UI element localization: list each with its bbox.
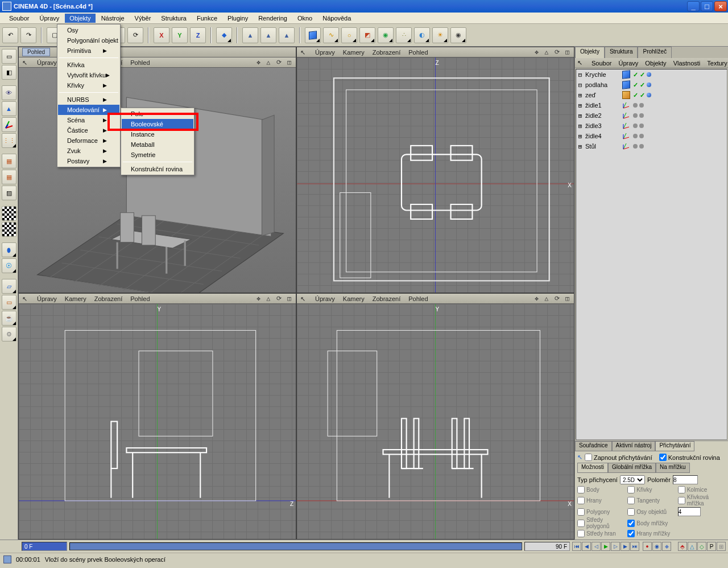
menu-výběr[interactable]: Výběr [130,14,156,23]
menu-item-nurbs[interactable]: NURBS▶ [58,94,119,105]
menu-rendering[interactable]: Rendering [254,14,292,23]
texture-mode[interactable]: ▲ [2,101,16,116]
object-row-stůl[interactable]: ⊞Stůl [576,141,727,151]
checker2[interactable] [2,222,16,237]
camera-button[interactable]: ◉ [450,27,466,43]
rp-menu-textury[interactable]: Textury [707,60,727,67]
menu-item-instance[interactable]: Instance [122,129,193,139]
menu-item-zvuk[interactable]: Zvuk▶ [58,146,119,156]
particle-button[interactable]: ∴ [396,27,412,43]
rp-tab-objekty[interactable]: Objekty [575,47,605,58]
object-row-židle2[interactable]: ⊞židle2 [576,110,727,121]
key-anim-icon[interactable]: ⊞ [717,542,726,551]
snap-tab-globální-mřížka[interactable]: Globální mřížka [608,463,656,473]
menu-úpravy[interactable]: Úpravy [35,14,64,23]
menu-item-konstrukční-rovina[interactable]: Konstrukční rovina [122,164,193,174]
checker1[interactable] [2,206,16,221]
axis-mode[interactable] [2,117,16,132]
snap-check-hrany[interactable]: Hrany [577,494,621,507]
snap-check-křivky[interactable]: Křivky [627,486,671,493]
uv-mode[interactable]: ▨ [2,186,16,200]
object-mode[interactable]: ◧ [2,65,16,80]
camera-mode[interactable]: 👁 [2,85,16,100]
cup-tool[interactable]: ☕ [2,311,16,326]
menu-item-vytvořit-křivku[interactable]: Vytvořit křivku▶ [58,70,119,80]
rp-menu-úpravy[interactable]: Úpravy [618,60,638,67]
rp-menu-soubor[interactable]: Soubor [592,60,611,67]
autokey-button[interactable]: ◉ [652,542,661,551]
key-rot-icon[interactable]: ◇ [697,542,706,551]
key-options-button[interactable]: ◆ [662,542,671,551]
next-frame-button[interactable]: ▷ [611,542,620,551]
vp-menu-cam[interactable]: Kamery [65,295,86,302]
menu-nápověda[interactable]: Nápověda [318,14,355,23]
next-key-button[interactable]: ▶ [621,542,630,551]
point-mode[interactable]: ⋮⋮ [2,133,16,148]
bones-tool[interactable]: ⦿ [2,258,16,273]
poly-mode[interactable]: ▦ [2,170,16,184]
snap-tab-na-mřížku[interactable]: Na mřížku [656,463,690,473]
vp-nav-controls[interactable]: ✥ △ ⟳ ◫ [257,295,292,302]
spline-button[interactable]: ∿ [323,27,339,43]
object-row-židle3[interactable]: ⊞židle3 [576,121,727,131]
render-view[interactable]: ▲ [242,27,258,43]
vp-nav-controls[interactable]: ✥ △ ⟳ ◫ [535,295,570,302]
object-row-krychle[interactable]: ⊟Krychle [576,69,727,80]
menu-soubor[interactable]: Soubor [5,14,34,23]
wood-tool[interactable]: ▭ [2,295,16,310]
object-row-židle1[interactable]: ⊞židle1 [576,100,727,110]
menu-item-modelování[interactable]: Modelování▶ [58,105,119,115]
edge-mode[interactable]: ▦ [2,154,16,168]
magnet-tool[interactable]: ⬮ [2,242,16,257]
vp-menu-disp[interactable]: Zobrazení [373,49,401,56]
vp-menu-edit[interactable]: Úpravy [37,295,57,302]
undo-button[interactable]: ↶ [2,27,18,43]
z-axis-lock[interactable]: Z [190,27,206,43]
attr-tab-přichytávání[interactable]: Přichytávání [655,441,694,451]
object-row-zeď[interactable]: ⊞zeď [576,90,727,100]
menu-item-osy[interactable]: Osy [58,25,119,35]
menu-okno[interactable]: Okno [293,14,317,23]
menu-nástroje[interactable]: Nástroje [97,14,129,23]
vp-menu-edit[interactable]: Úpravy [315,295,335,302]
goto-end-button[interactable]: ⏭ [630,542,639,551]
snap-check-osy-objektů[interactable]: Osy objektů [627,507,671,516]
rp-menu-vlastnosti[interactable]: Vlastnosti [673,60,701,67]
snap-check-kolmice[interactable]: Kolmice [678,486,721,493]
rotate-tool[interactable]: ⟳ [127,27,143,43]
vp-menu-cam[interactable]: Kamery [343,295,365,302]
modeling-submenu[interactable]: PoleBooleovskéInstanceMetaballSymetrieKo… [121,108,195,175]
modeling-button[interactable]: ◩ [359,27,375,43]
record-button[interactable]: ● [643,542,652,551]
menu-objekty[interactable]: Objekty [65,14,95,23]
tl-end-frame[interactable]: 90 F [524,542,570,551]
vp-menu-cam[interactable]: Kamery [343,49,365,56]
vp-menu-view[interactable]: Pohled [408,295,428,302]
render-region[interactable]: ▲ [260,27,276,43]
vp-canvas-side[interactable]: Y X [297,304,574,539]
snap-check-hrany-mřížky[interactable]: Hrany mřížky [627,530,671,537]
object-manager-list[interactable]: ⊟Krychle⊟podlaha⊞zeď⊞židle1⊞židle2⊞židle… [576,69,727,440]
light-button[interactable]: ☀ [432,27,448,43]
vp-menu-view[interactable]: Pohled [130,59,150,66]
goto-start-button[interactable]: ⏮ [572,542,581,551]
snap-check-body-mřížky[interactable]: Body mřížky [627,517,671,529]
menu-item-deformace[interactable]: Deformace▶ [58,135,119,146]
box-tool[interactable]: ▱ [2,279,16,294]
viewport-top[interactable]: ↖ Úpravy Kamery Zobrazení Pohled ✥ △ ⟳ ◫ [296,47,574,293]
snap-check-tangenty[interactable]: Tangenty [627,494,671,507]
vp-tab[interactable]: Pohled [22,48,50,56]
nurbs-button[interactable]: ○ [341,27,357,43]
menu-item-scéna[interactable]: Scéna▶ [58,115,119,125]
snap-check-středy-polygonů[interactable]: Středy polygonů [577,517,621,529]
snap-check-křivková-mřížka[interactable]: Křivková mřížka [678,494,721,507]
snap-type-select[interactable]: 2.5D [620,475,645,484]
menu-item-křivky[interactable]: Křivky▶ [58,80,119,90]
timeline[interactable]: 0 F 90 F ⏮ ◀ ◁ ▶ ▷ ▶ ⏭ ● ◉ ◆ ⬘ △ ◇ P ⊞ [0,540,728,553]
snap-check-4[interactable] [678,507,721,516]
attr-tab-souřadnice[interactable]: Souřadnice [575,441,612,451]
menu-struktura[interactable]: Struktura [156,14,191,23]
menu-pluginy[interactable]: Pluginy [223,14,253,23]
menu-item-částice[interactable]: Částice▶ [58,125,119,135]
vp-canvas-front[interactable]: Y Z [19,304,296,539]
